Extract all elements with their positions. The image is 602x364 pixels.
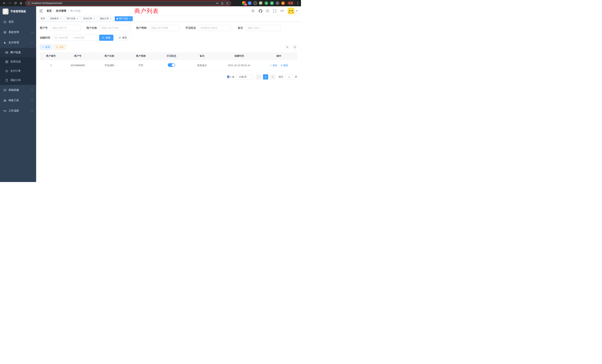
chevron-down-icon [31,99,33,101]
home-button[interactable] [19,1,23,6]
sidebar: 芋道管理系统 首页 系统管理 ¥ 支付管理 [0,6,36,182]
sidebar-item-refund[interactable]: 退款订单 [0,76,36,85]
search-icon [102,36,105,39]
refresh-table-button[interactable] [292,44,297,50]
extension-profile-icon[interactable] [281,1,285,5]
extension-colors-icon[interactable]: 10 [242,1,246,5]
merchant-table: 商户编号 商户号 商户全称 商户简称 开启状态 备注 创建时间 操作 1 M23… [40,52,297,71]
extension-dark-icon[interactable] [253,1,257,5]
tab-pay-order[interactable]: 支付订单 [81,16,97,21]
status-label: 开启状态 [185,26,196,30]
sidebar-item-infra[interactable]: 基础设施 [0,85,36,95]
browser-menu-icon[interactable] [296,1,299,5]
page-unit-label: 页 [295,75,297,79]
font-size-icon[interactable] [280,9,284,13]
extension-drop-icon[interactable] [248,1,251,5]
sidebar-item-label: 支付订单 [10,69,21,73]
col-header: 商户号 [62,52,94,60]
tab-merchant-info[interactable]: 商户信息 [115,16,133,21]
tab-dot [117,18,118,20]
table-toolbar: 新增 导出 [40,44,297,50]
status-select[interactable]: 请选择开启状态 [198,25,232,31]
cell-create-time: 2021-10-23 08:31:14 [218,64,260,67]
tab-flow-form[interactable]: 流程表单 [48,16,64,21]
close-icon[interactable] [93,18,95,20]
github-icon[interactable] [258,9,262,13]
status-toggle[interactable] [168,63,175,67]
refresh-icon [294,46,296,48]
sidebar-item-home[interactable]: 首页 [0,17,36,27]
toggle-search-button[interactable] [285,44,290,50]
export-button-label: 导出 [59,46,64,49]
breadcrumb-pay[interactable]: 支付管理 [56,9,66,13]
search-button[interactable]: 搜索 [99,35,113,41]
edit-link[interactable]: 修改 [270,64,278,67]
sidebar-item-system[interactable]: 系统管理 [0,27,36,37]
sidebar-item-app[interactable]: 应用信息 [0,57,36,66]
browser-update-button[interactable]: 更新 [287,1,294,5]
user-avatar[interactable] [288,8,298,14]
delete-link[interactable]: 删除 [280,64,288,67]
tab-label: 流程表单 [50,17,59,20]
date-start-input[interactable] [58,36,72,39]
extension-note-icon[interactable] [270,1,274,5]
bookmark-star-icon[interactable] [226,2,229,5]
page-number-button[interactable]: 1 [263,74,268,79]
reset-button[interactable]: 重置 [116,35,130,41]
tags-view: 首页 流程表单 用户分组 支付订单 退款订单 [36,16,301,22]
password-key-icon[interactable] [216,2,219,5]
full-name-input[interactable] [99,25,130,31]
breadcrumb-separator: / [53,10,54,12]
date-end-input[interactable] [75,36,88,39]
chevron-down-icon [250,76,252,78]
extension-avatar-icon[interactable] [259,1,263,5]
cell-id: 1 [40,64,62,67]
help-icon[interactable]: ? [266,10,269,13]
sidebar-item-pay[interactable]: ¥ 支付管理 [0,37,36,48]
screen: localhost:1024/pay/merchant 10 [0,0,301,182]
gear-icon [3,31,6,34]
close-icon[interactable] [110,18,112,20]
back-button[interactable] [2,1,7,6]
address-bar[interactable]: localhost:1024/pay/merchant [25,1,231,6]
status-select-placeholder: 请选择开启状态 [201,26,217,30]
next-page-button[interactable] [270,74,275,79]
search-icon[interactable] [251,9,255,13]
goto-page-input[interactable] [285,74,293,79]
close-icon[interactable] [129,18,131,20]
browser-extensions: 10 更新 [242,1,299,5]
sidebar-item-merchant[interactable]: 商户信息 [0,48,36,57]
breadcrumb-home[interactable]: 首页 [46,9,52,13]
top-navbar: 首页 / 支付管理 / 商户信息 商户列表 ? [36,6,301,16]
reload-button[interactable] [13,1,18,6]
page-size-select[interactable]: 10条/页 [236,74,254,79]
remark-input[interactable] [245,25,281,31]
extension-puzzle-icon[interactable] [276,1,279,5]
add-button[interactable]: 新增 [40,44,52,50]
share-icon[interactable] [221,2,224,5]
short-name-input[interactable] [149,25,180,31]
merchant-no-input[interactable] [50,25,81,31]
create-time-range-picker[interactable]: - [53,35,97,41]
yen-icon: ¥ [3,41,6,44]
tab-user-group[interactable]: 用户分组 [65,16,80,21]
close-icon[interactable] [60,18,62,20]
sidebar-item-dev[interactable]: 研发工具 [0,95,36,106]
forward-button[interactable] [7,1,12,6]
tab-home[interactable]: 首页 [39,16,47,21]
reload-icon [14,2,17,5]
hamburger-icon[interactable] [40,9,43,13]
export-button[interactable]: 导出 [54,44,66,50]
prev-page-button[interactable] [256,74,261,79]
document-icon [5,79,8,82]
close-icon[interactable] [76,18,78,20]
sidebar-item-order[interactable]: 支付订单 [0,66,36,76]
goto-label: 前往 [279,75,283,79]
extension-check-icon[interactable] [265,1,268,5]
edit-icon [270,64,272,66]
fullscreen-icon[interactable] [273,9,277,13]
app-logo[interactable]: 芋道管理系统 [0,6,36,17]
tab-refund-order[interactable]: 退款订单 [98,16,114,21]
sidebar-item-label: 系统管理 [9,31,19,34]
sidebar-item-workflow[interactable]: 工作流程 [0,106,36,116]
